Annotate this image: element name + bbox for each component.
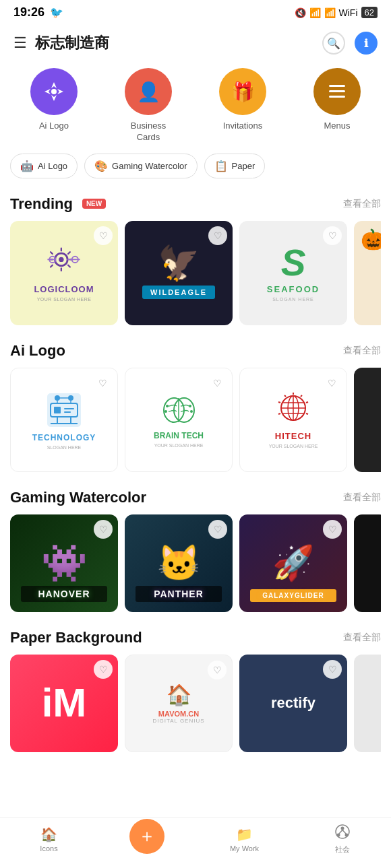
svg-rect-1 bbox=[329, 85, 345, 87]
card-gaming-dark[interactable] bbox=[354, 514, 381, 612]
galaxyglider-content: 🚀 GALAXYGLIDER bbox=[239, 514, 347, 612]
trending-section: Trending NEW 查看全部 ♡ LOGICLOOM YOUR SLOGA… bbox=[0, 185, 391, 332]
category-ai-logo[interactable]: Ai Logo bbox=[27, 68, 81, 143]
paper-tab-label: Paper bbox=[232, 161, 255, 171]
svg-rect-13 bbox=[64, 408, 74, 409]
card-seafood[interactable]: ♡ S SEAFOOD SLOGAN HERE bbox=[239, 221, 347, 325]
card-hitech[interactable]: ♡ HITECH YOUR SLOGAN HERE bbox=[239, 368, 347, 472]
heart-logicloom[interactable]: ♡ bbox=[94, 226, 113, 245]
svg-point-0 bbox=[51, 89, 57, 94]
mavom-brand: MAVOM.CN bbox=[152, 710, 204, 718]
header-title: 标志制造商 bbox=[35, 33, 322, 53]
paper-title: Paper Background bbox=[10, 629, 142, 646]
trending-cards: ♡ LOGICLOOM YOUR SLOGAN HERE ♡ 🦅 WILDEAG… bbox=[10, 221, 381, 329]
ai-logo-see-all[interactable]: 查看全部 bbox=[343, 345, 381, 357]
im-text: iM bbox=[42, 683, 87, 723]
card-braintech[interactable]: ♡ BRAIN TECH YOUR SLOGAN HERE bbox=[125, 368, 233, 472]
header: ☰ 标志制造商 🔍 ℹ bbox=[0, 25, 391, 61]
category-menus[interactable]: Menus bbox=[310, 68, 364, 143]
icons-nav-icon: 🏠 bbox=[40, 826, 57, 842]
search-button[interactable]: 🔍 bbox=[322, 32, 345, 55]
menus-icon bbox=[313, 68, 361, 115]
svg-rect-2 bbox=[329, 90, 345, 92]
card-wildeagle[interactable]: ♡ 🦅 WILDEAGLE bbox=[125, 221, 233, 325]
ai-logo-header: Ai Logo 查看全部 bbox=[10, 342, 381, 360]
card-technology[interactable]: ♡ TECHNOLOGY SLOGAN HERE bbox=[10, 368, 118, 472]
paper-background-section: Paper Background 查看全部 ♡ iM ♡ 🏠 MAVOM.CN … bbox=[0, 619, 391, 759]
braintech-brand: BRAIN TECH bbox=[154, 431, 204, 440]
heart-hitech[interactable]: ♡ bbox=[322, 374, 341, 393]
svg-line-47 bbox=[339, 830, 342, 834]
paper-tab-icon: 📋 bbox=[214, 160, 228, 172]
card-mavom[interactable]: ♡ 🏠 MAVOM.CN DIGITAL GENIUS bbox=[125, 655, 233, 752]
card-logicloom[interactable]: ♡ LOGICLOOM YOUR SLOGAN HERE bbox=[10, 221, 118, 325]
ai-tab-label: Ai Logo bbox=[38, 161, 67, 171]
svg-point-44 bbox=[340, 827, 344, 830]
filter-gaming-watercolor[interactable]: 🎨 Gaming Watercolor bbox=[84, 154, 198, 178]
card-im[interactable]: ♡ iM bbox=[10, 655, 118, 752]
ai-tab-icon: 🤖 bbox=[20, 160, 34, 172]
paper-header: Paper Background 查看全部 bbox=[10, 629, 381, 646]
icons-nav-label: Icons bbox=[40, 844, 57, 853]
heart-wildeagle[interactable]: ♡ bbox=[208, 226, 227, 245]
logicloom-brand: LOGICLOOM bbox=[34, 284, 94, 294]
menus-label: Menus bbox=[324, 121, 350, 132]
rectify-brand: rectify bbox=[264, 688, 322, 719]
technology-slogan: SLOGAN HERE bbox=[47, 445, 82, 450]
categories: Ai Logo 👤 BusinessCards 🎁 Invitations Me… bbox=[0, 61, 391, 147]
card-panther[interactable]: ♡ 🐱 PANTHER bbox=[125, 514, 233, 612]
card-hanover[interactable]: ♡ 👾 HANOVER bbox=[10, 514, 118, 612]
heart-technology[interactable]: ♡ bbox=[93, 374, 112, 393]
mavom-content: 🏠 MAVOM.CN DIGITAL GENIUS bbox=[146, 676, 211, 731]
add-button[interactable]: ＋ bbox=[129, 819, 164, 854]
hanover-mascot: 👾 bbox=[41, 545, 88, 582]
heart-im[interactable]: ♡ bbox=[94, 660, 113, 679]
status-bar: 19:26 🐦 🔇 📶 📶 WiFi 62 bbox=[0, 0, 391, 25]
heart-braintech[interactable]: ♡ bbox=[208, 374, 227, 393]
status-time: 19:26 bbox=[13, 5, 44, 20]
header-actions: 🔍 ℹ bbox=[322, 32, 378, 55]
hanover-brand: HANOVER bbox=[21, 586, 107, 602]
nav-social[interactable]: 社会 bbox=[322, 824, 363, 855]
card-rectify[interactable]: ♡ rectify bbox=[239, 655, 347, 752]
filter-paper[interactable]: 📋 Paper bbox=[204, 154, 266, 178]
svg-rect-12 bbox=[54, 407, 61, 413]
category-business-cards[interactable]: 👤 BusinessCards bbox=[121, 68, 175, 143]
mavom-sub: DIGITAL GENIUS bbox=[152, 718, 204, 724]
business-cards-label: BusinessCards bbox=[131, 121, 167, 143]
logicloom-slogan: YOUR SLOGAN HERE bbox=[37, 297, 92, 302]
gaming-see-all[interactable]: 查看全部 bbox=[343, 492, 381, 504]
menu-icon[interactable]: ☰ bbox=[13, 34, 27, 52]
card-galaxyglider[interactable]: ♡ 🚀 GALAXYGLIDER bbox=[239, 514, 347, 612]
mywork-nav-label: My Work bbox=[230, 844, 259, 853]
card-paper-4[interactable] bbox=[354, 655, 381, 752]
panther-content: 🐱 PANTHER bbox=[125, 514, 233, 612]
paper-see-all[interactable]: 查看全部 bbox=[343, 632, 381, 644]
gaming-header: Gaming Watercolor 查看全部 bbox=[10, 489, 381, 506]
braintech-slogan: YOUR SLOGAN HERE bbox=[154, 443, 204, 448]
gaming-tab-icon: 🎨 bbox=[94, 160, 108, 172]
nav-mywork[interactable]: 📁 My Work bbox=[224, 826, 265, 853]
heart-mavom[interactable]: ♡ bbox=[208, 661, 227, 679]
galaxyglider-mascot: 🚀 bbox=[272, 546, 314, 580]
svg-line-38 bbox=[306, 402, 308, 403]
trending-see-all[interactable]: 查看全部 bbox=[343, 198, 381, 210]
svg-point-28 bbox=[164, 410, 167, 413]
nav-icons[interactable]: 🏠 Icons bbox=[29, 826, 69, 853]
panther-brand: PANTHER bbox=[136, 586, 222, 602]
mute-icon: 🔇 bbox=[295, 7, 306, 18]
trending-header: Trending NEW 查看全部 bbox=[10, 195, 381, 213]
heart-rectify[interactable]: ♡ bbox=[323, 660, 342, 679]
card-ai-dark[interactable] bbox=[354, 368, 381, 472]
heart-seafood[interactable]: ♡ bbox=[323, 226, 342, 245]
social-nav-label: 社会 bbox=[335, 844, 350, 855]
ai-logo-cards: ♡ TECHNOLOGY SLOGAN HERE ♡ bbox=[10, 368, 381, 475]
ai-logo-section-title: Ai Logo bbox=[10, 342, 65, 360]
category-invitations[interactable]: 🎁 Invitations bbox=[216, 68, 270, 143]
info-button[interactable]: ℹ bbox=[355, 32, 378, 55]
nav-add[interactable]: ＋ bbox=[127, 826, 167, 854]
seafood-brand: SEAFOOD bbox=[267, 284, 320, 294]
filter-ai-logo[interactable]: 🤖 Ai Logo bbox=[10, 154, 78, 178]
card-trending-4[interactable]: 🎃 bbox=[354, 221, 381, 325]
gaming-title: Gaming Watercolor bbox=[10, 489, 146, 506]
